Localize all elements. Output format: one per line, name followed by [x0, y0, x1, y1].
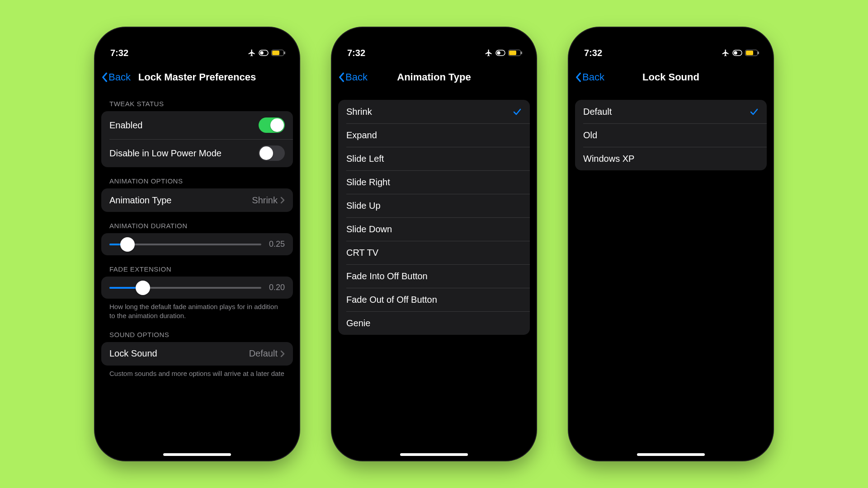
airplane-icon	[248, 49, 256, 57]
list-item-label: Windows XP	[583, 154, 634, 164]
slider-value: 0.25	[267, 239, 285, 249]
back-label: Back	[108, 71, 131, 83]
back-label: Back	[582, 71, 604, 83]
status-right	[722, 49, 758, 57]
airplane-icon	[485, 49, 493, 57]
chevron-left-icon	[575, 72, 581, 82]
list-item-label: Slide Right	[346, 177, 390, 188]
section-footer-sound: Custom sounds and more options will arri…	[101, 366, 293, 378]
section-footer-fade: How long the default fade animation play…	[101, 299, 293, 321]
home-indicator[interactable]	[400, 453, 468, 456]
section-header-fade: FADE EXTENSION	[101, 255, 293, 277]
row-lock-sound[interactable]: Lock Sound Default	[101, 342, 293, 366]
phone-lock-sound: 7:32 Back Lock Sound DefaultOldWindows X…	[569, 28, 773, 460]
status-bar: 7:32	[569, 41, 773, 65]
list-item[interactable]: Default	[575, 100, 767, 123]
list-item-label: CRT TV	[346, 248, 378, 258]
vpn-icon	[495, 50, 505, 56]
toggle-lowpower[interactable]	[259, 145, 285, 161]
section-tweak: Enabled Disable in Low Power Mode	[101, 111, 293, 167]
toggle-enabled[interactable]	[259, 117, 285, 133]
nav-bar: Back Lock Master Preferences	[95, 65, 299, 90]
row-value: Default	[249, 348, 278, 359]
list-item-label: Expand	[346, 130, 377, 141]
list-item[interactable]: Shrink	[338, 100, 530, 123]
svg-point-1	[260, 52, 263, 54]
list-item-label: Slide Up	[346, 201, 381, 211]
nav-bar: Back Lock Sound	[569, 65, 773, 90]
slider-value: 0.20	[267, 283, 285, 292]
chevron-left-icon	[338, 72, 344, 82]
airplane-icon	[722, 49, 730, 57]
row-lowpower[interactable]: Disable in Low Power Mode	[101, 139, 293, 167]
row-label: Disable in Low Power Mode	[109, 148, 222, 159]
chevron-right-icon	[280, 197, 285, 204]
row-value: Shrink	[252, 195, 278, 206]
list-item[interactable]: Old	[575, 123, 767, 147]
status-bar: 7:32	[95, 41, 299, 65]
option-list: DefaultOldWindows XP	[575, 100, 767, 170]
chevron-right-icon	[280, 350, 285, 357]
section-anim: Animation Type Shrink	[101, 188, 293, 212]
battery-icon	[271, 50, 284, 56]
status-bar: 7:32	[332, 41, 536, 65]
svg-point-3	[497, 52, 500, 54]
slider-track[interactable]	[109, 244, 261, 245]
content: ShrinkExpandSlide LeftSlide RightSlide U…	[332, 90, 536, 460]
list-item[interactable]: Windows XP	[575, 147, 767, 170]
home-indicator[interactable]	[637, 453, 705, 456]
list-item[interactable]: CRT TV	[338, 241, 530, 264]
slider-track[interactable]	[109, 287, 261, 289]
status-time: 7:32	[584, 48, 602, 58]
status-time: 7:32	[110, 48, 128, 58]
list-item-label: Default	[583, 107, 612, 117]
nav-bar: Back Animation Type	[332, 65, 536, 90]
notch	[626, 28, 716, 44]
list-item[interactable]: Slide Up	[338, 194, 530, 217]
section-duration: 0.25	[101, 233, 293, 255]
vpn-icon	[732, 50, 742, 56]
list-item[interactable]: Slide Down	[338, 217, 530, 241]
section-header-sound: SOUND OPTIONS	[101, 321, 293, 342]
svg-point-5	[734, 52, 737, 54]
list-item-label: Genie	[346, 318, 370, 328]
row-label: Animation Type	[109, 195, 172, 206]
list-item-label: Old	[583, 130, 597, 141]
list-item[interactable]: Genie	[338, 311, 530, 335]
list-item-label: Shrink	[346, 107, 372, 117]
notch	[152, 28, 242, 44]
chevron-left-icon	[101, 72, 108, 82]
phone-lock-master-prefs: 7:32 Back Lock Master Preferences TWEAK …	[95, 28, 299, 460]
back-button[interactable]: Back	[332, 71, 368, 83]
vpn-icon	[259, 50, 269, 56]
checkmark-icon	[513, 107, 522, 116]
row-enabled[interactable]: Enabled	[101, 111, 293, 139]
list-item[interactable]: Slide Right	[338, 170, 530, 194]
slider-thumb[interactable]	[120, 237, 135, 252]
home-indicator[interactable]	[163, 453, 231, 456]
battery-icon	[508, 50, 521, 56]
back-button[interactable]: Back	[95, 71, 131, 83]
list-item[interactable]: Fade Into Off Button	[338, 264, 530, 288]
phone-animation-type: 7:32 Back Animation Type ShrinkExpandSli…	[332, 28, 536, 460]
list-item[interactable]: Expand	[338, 123, 530, 147]
back-button[interactable]: Back	[569, 71, 604, 83]
list-item-label: Slide Left	[346, 154, 384, 164]
section-header-duration: ANIMATION DURATION	[101, 212, 293, 233]
status-right	[485, 49, 521, 57]
slider-thumb[interactable]	[136, 281, 150, 295]
section-fade: 0.20	[101, 277, 293, 299]
slider-fade[interactable]: 0.20	[101, 277, 293, 299]
section-header-anim: ANIMATION OPTIONS	[101, 167, 293, 188]
list-item[interactable]: Fade Out of Off Button	[338, 288, 530, 311]
checkmark-icon	[750, 107, 759, 116]
back-label: Back	[345, 71, 368, 83]
list-item[interactable]: Slide Left	[338, 147, 530, 170]
slider-duration[interactable]: 0.25	[101, 233, 293, 255]
status-right	[248, 49, 284, 57]
battery-icon	[745, 50, 758, 56]
list-item-label: Slide Down	[346, 224, 392, 235]
row-anim-type[interactable]: Animation Type Shrink	[101, 188, 293, 212]
status-time: 7:32	[347, 48, 365, 58]
section-header-tweak: TWEAK STATUS	[101, 90, 293, 111]
